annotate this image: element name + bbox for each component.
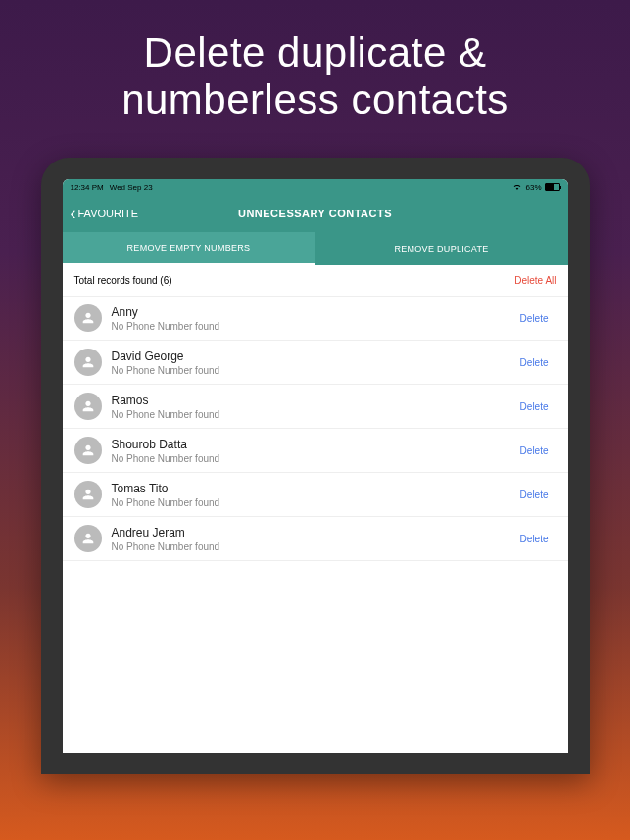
chevron-left-icon: ‹ — [71, 205, 76, 222]
tab-remove-duplicate[interactable]: REMOVE DUPLICATE — [315, 232, 568, 265]
contact-row[interactable]: Tomas TitoNo Phone Number foundDelete — [63, 473, 568, 517]
contact-info: Tomas TitoNo Phone Number found — [112, 482, 512, 508]
avatar-icon — [74, 525, 102, 552]
contact-subtext: No Phone Number found — [112, 409, 512, 420]
avatar-icon — [74, 437, 102, 464]
contact-name: David George — [112, 350, 512, 363]
contact-row[interactable]: Shourob DattaNo Phone Number foundDelete — [63, 429, 568, 473]
contact-row[interactable]: Andreu JeramNo Phone Number foundDelete — [63, 517, 568, 561]
status-date: Wed Sep 23 — [110, 183, 153, 192]
delete-button[interactable]: Delete — [512, 309, 557, 328]
avatar-icon — [74, 304, 102, 332]
delete-button[interactable]: Delete — [512, 442, 557, 460]
back-button[interactable]: ‹ FAVOURITE — [71, 205, 139, 222]
contact-info: AnnyNo Phone Number found — [112, 305, 512, 332]
avatar-icon — [74, 349, 102, 376]
summary-row: Total records found (6) Delete All — [63, 265, 568, 297]
contact-row[interactable]: AnnyNo Phone Number foundDelete — [63, 297, 568, 341]
contact-name: Shourob Datta — [112, 438, 512, 451]
screen: 12:34 PM Wed Sep 23 63% ‹ FAVOURITE UNNE… — [63, 179, 568, 753]
total-records: Total records found (6) — [74, 275, 172, 286]
status-time: 12:34 PM — [71, 183, 104, 192]
device-frame: 12:34 PM Wed Sep 23 63% ‹ FAVOURITE UNNE… — [41, 158, 590, 774]
contact-name: Andreu Jeram — [112, 526, 512, 539]
contact-info: RamosNo Phone Number found — [112, 394, 512, 420]
delete-all-button[interactable]: Delete All — [514, 275, 556, 286]
contact-subtext: No Phone Number found — [112, 497, 512, 508]
contact-row[interactable]: RamosNo Phone Number foundDelete — [63, 385, 568, 429]
nav-bar: ‹ FAVOURITE UNNECESSARY CONTACTS — [63, 195, 568, 232]
promo-heading: Delete duplicate & numberless contacts — [0, 0, 630, 158]
contact-info: Shourob DattaNo Phone Number found — [112, 438, 512, 464]
avatar-icon — [74, 481, 102, 508]
tab-bar: REMOVE EMPTY NUMBERS REMOVE DUPLICATE — [63, 232, 568, 265]
contact-subtext: No Phone Number found — [112, 453, 512, 464]
contact-list[interactable]: AnnyNo Phone Number foundDeleteDavid Geo… — [63, 297, 568, 753]
contact-name: Anny — [112, 305, 512, 319]
contact-row[interactable]: David GeorgeNo Phone Number foundDelete — [63, 341, 568, 385]
delete-button[interactable]: Delete — [512, 353, 557, 372]
contact-subtext: No Phone Number found — [112, 541, 512, 552]
delete-button[interactable]: Delete — [512, 530, 557, 548]
contact-name: Tomas Tito — [112, 482, 512, 495]
delete-button[interactable]: Delete — [512, 397, 557, 416]
delete-button[interactable]: Delete — [512, 486, 557, 504]
status-bar: 12:34 PM Wed Sep 23 63% — [63, 179, 568, 195]
wifi-icon — [512, 183, 522, 191]
avatar-icon — [74, 393, 102, 420]
battery-icon — [545, 183, 560, 191]
contact-name: Ramos — [112, 394, 512, 407]
battery-percent: 63% — [525, 183, 541, 192]
contact-subtext: No Phone Number found — [112, 365, 512, 376]
tab-remove-empty[interactable]: REMOVE EMPTY NUMBERS — [63, 232, 315, 265]
contact-subtext: No Phone Number found — [112, 321, 512, 332]
back-label: FAVOURITE — [78, 208, 139, 219]
contact-info: Andreu JeramNo Phone Number found — [112, 526, 512, 552]
contact-info: David GeorgeNo Phone Number found — [112, 350, 512, 376]
page-title: UNNECESSARY CONTACTS — [238, 208, 392, 219]
